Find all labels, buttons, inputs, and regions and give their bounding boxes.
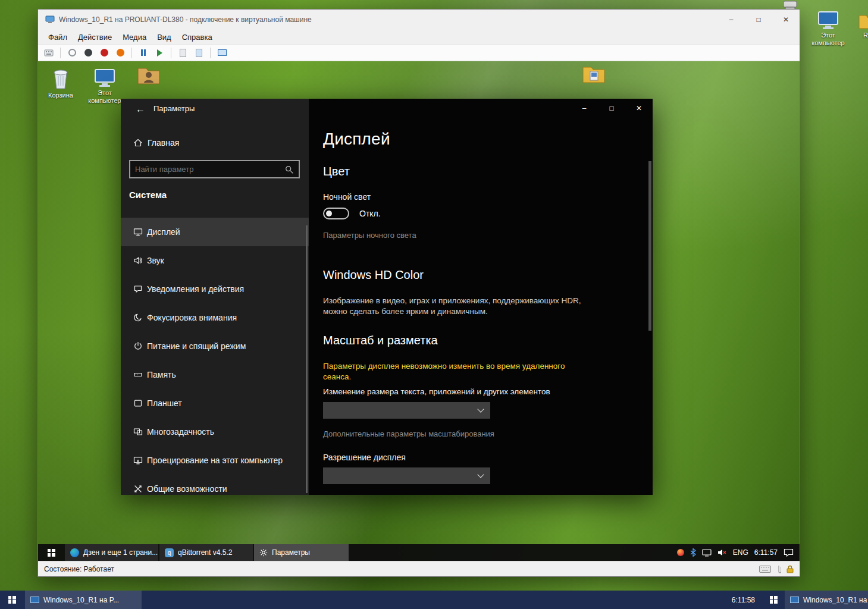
settings-close-button[interactable]: ✕ <box>625 99 653 118</box>
menu-view[interactable]: Вид <box>152 30 177 45</box>
settings-main-panel: – □ ✕ Дисплей Цвет Ночной свет Откл. Пар… <box>309 99 653 495</box>
vm-display-tray-icon[interactable] <box>702 549 712 557</box>
settings-maximize-button[interactable]: □ <box>598 99 625 118</box>
vm-display: Корзина Этот компьютер <box>38 61 800 561</box>
settings-scrollbar[interactable] <box>648 161 651 331</box>
menu-help[interactable]: Справка <box>177 30 218 45</box>
menu-file[interactable]: Файл <box>43 30 73 45</box>
scale-dropdown[interactable] <box>323 402 490 419</box>
projecting-icon <box>133 456 143 465</box>
settings-nav: Дисплей Звук Уведомления и <box>121 218 309 503</box>
shutdown-vm-icon[interactable] <box>99 48 109 58</box>
task-label: qBittorrent v4.5.2 <box>178 548 232 557</box>
sidebar-item-multitasking[interactable]: Многозадачность <box>121 417 309 446</box>
vm-system-tray: ENG 6:11:57 <box>677 544 800 561</box>
desktop-icon-label: Корзина <box>48 92 73 99</box>
language-indicator[interactable]: ENG <box>733 548 748 557</box>
sidebar-item-shared-experiences[interactable]: Общие возможности <box>121 475 309 503</box>
turnoff-vm-icon[interactable] <box>83 48 93 58</box>
gear-icon <box>259 548 268 557</box>
action-center-icon[interactable] <box>784 548 794 557</box>
night-light-state: Откл. <box>359 209 381 218</box>
sidebar-section-heading: Система <box>129 190 167 200</box>
home-icon <box>133 138 143 147</box>
vmconnect-app-icon <box>45 15 55 24</box>
enhanced-session-icon[interactable] <box>217 48 227 58</box>
sidebar-item-home[interactable]: Главная <box>133 133 179 152</box>
close-button[interactable]: ✕ <box>772 10 800 30</box>
back-button[interactable]: ← <box>130 102 151 117</box>
settings-search-box[interactable] <box>129 160 300 178</box>
moon-icon <box>133 313 143 322</box>
vm-task-qbittorrent[interactable]: q qBittorrent v4.5.2 <box>159 544 253 561</box>
chevron-down-icon <box>477 471 484 478</box>
night-light-label: Ночной свет <box>323 192 371 202</box>
scale-section-heading: Масштаб и разметка <box>323 334 438 347</box>
menu-action[interactable]: Действие <box>73 30 117 45</box>
window-title: Windows_10_R1 на PROLIANT-DL380 - подклю… <box>59 15 717 24</box>
sidebar-item-projecting[interactable]: Проецирование на этот компьютер <box>121 446 309 475</box>
tray-app-icon[interactable] <box>677 549 684 556</box>
windows-logo-icon <box>48 549 55 557</box>
sidebar-item-tablet[interactable]: Планшет <box>121 389 309 417</box>
clip-status-icon <box>776 565 781 573</box>
resolution-dropdown[interactable] <box>323 467 490 484</box>
revert-checkpoint-icon[interactable] <box>194 48 203 58</box>
computer-icon <box>93 68 116 87</box>
host-taskbar: Windows_10_R1 на P... 6:11:58 Windows_10… <box>0 591 868 609</box>
reset-vm-icon[interactable] <box>155 48 164 58</box>
host-desktop: Этот компьютер Rop Windows_10_R1 на PROL… <box>0 0 868 609</box>
advanced-scaling-link[interactable]: Дополнительные параметры масштабирования <box>323 429 494 438</box>
sidebar-item-label: Многозадачность <box>147 427 214 437</box>
night-light-toggle[interactable] <box>323 208 349 219</box>
vmconnect-menubar: Файл Действие Медиа Вид Справка <box>38 30 800 45</box>
remote-session-warning: Параметры дисплея невозможно изменить во… <box>323 361 584 382</box>
search-icon[interactable] <box>284 165 294 174</box>
sidebar-item-focus-assist[interactable]: Фокусировка внимания <box>121 303 309 332</box>
sidebar-item-label: Питание и спящий режим <box>147 341 246 351</box>
vm-start-button[interactable] <box>38 544 64 561</box>
host-task-vmconnect-secondary[interactable]: Windows_10_R1 на P... <box>785 591 868 609</box>
save-vm-icon[interactable] <box>115 48 125 58</box>
host-taskbar-right: 6:11:58 Windows_10_R1 на P... <box>723 591 868 609</box>
desktop-icon-label: Rop <box>863 32 868 39</box>
sidebar-item-sound[interactable]: Звук <box>121 246 309 275</box>
host-secondary-start-button[interactable] <box>763 591 784 609</box>
host-clock[interactable]: 6:11:58 <box>723 591 763 609</box>
vm-task-settings[interactable]: Параметры <box>254 544 349 561</box>
vmconnect-titlebar[interactable]: Windows_10_R1 на PROLIANT-DL380 - подклю… <box>38 10 800 30</box>
search-input[interactable] <box>130 165 284 174</box>
bluetooth-icon[interactable] <box>690 548 696 557</box>
maximize-button[interactable]: □ <box>745 10 772 30</box>
vm-clock[interactable]: 6:11:57 <box>754 548 778 557</box>
sidebar-item-storage[interactable]: Память <box>121 360 309 389</box>
sidebar-item-label: Память <box>147 370 176 379</box>
ctrl-alt-del-icon[interactable] <box>44 48 54 58</box>
host-start-button[interactable] <box>0 591 24 609</box>
settings-window: ← Параметры Главная Систем <box>121 99 653 495</box>
sidebar-item-power-sleep[interactable]: Питание и спящий режим <box>121 332 309 360</box>
menu-media[interactable]: Медиа <box>117 30 152 45</box>
volume-muted-icon[interactable] <box>717 548 727 557</box>
windows-logo-icon <box>8 596 16 604</box>
sidebar-scrollbar[interactable] <box>306 225 308 493</box>
sidebar-item-notifications[interactable]: Уведомления и действия <box>121 275 309 303</box>
host-task-vmconnect[interactable]: Windows_10_R1 на P... <box>25 591 142 609</box>
vm-desktop-icon-user-folder[interactable] <box>126 65 171 87</box>
host-desktop-icon-this-pc[interactable]: Этот компьютер <box>804 11 852 47</box>
vm-desktop-icon-folder[interactable] <box>571 64 616 86</box>
settings-minimize-button[interactable]: – <box>571 99 598 118</box>
minimize-button[interactable]: – <box>717 10 745 30</box>
checkpoint-icon[interactable] <box>178 48 187 58</box>
vm-desktop-icon-recycle-bin[interactable]: Корзина <box>38 67 83 99</box>
hdr-description: Изображение в видео, играх и приложениях… <box>323 296 585 317</box>
sidebar-item-display[interactable]: Дисплей <box>121 218 309 246</box>
host-desktop-icon-clipped[interactable]: Rop <box>848 12 868 39</box>
tablet-icon <box>133 398 143 408</box>
computer-icon <box>817 11 839 30</box>
night-light-settings-link[interactable]: Параметры ночного света <box>323 231 416 240</box>
vm-task-browser[interactable]: Дзен и еще 1 страни... <box>65 544 158 561</box>
desktop-icon-label: Этот компьютер <box>88 89 121 104</box>
pause-vm-icon[interactable] <box>139 48 148 58</box>
start-vm-icon[interactable] <box>67 48 77 58</box>
